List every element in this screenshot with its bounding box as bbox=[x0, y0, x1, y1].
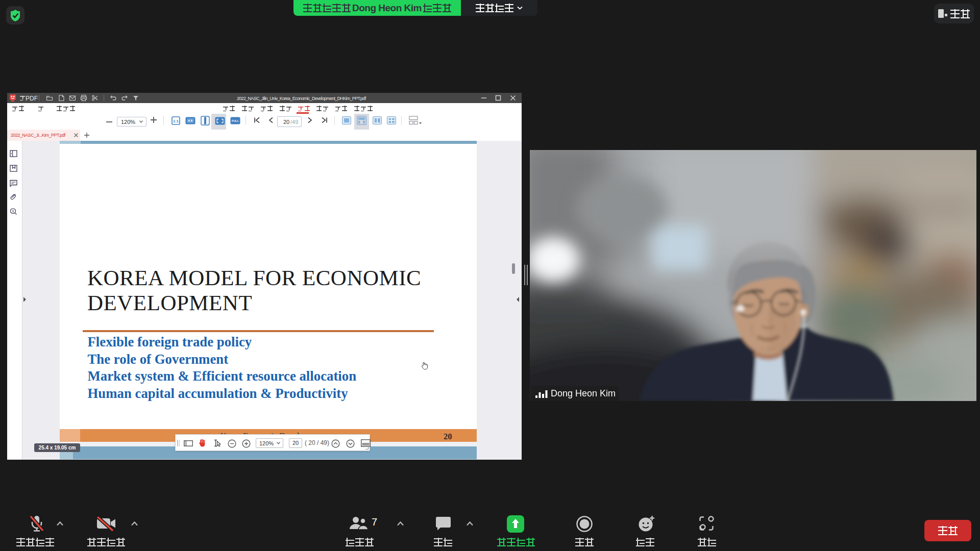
svg-text:Dong Heon Kim: Dong Heon Kim bbox=[551, 388, 616, 398]
svg-text:1:1: 1:1 bbox=[173, 118, 179, 123]
svg-text:FULL: FULL bbox=[232, 119, 239, 122]
